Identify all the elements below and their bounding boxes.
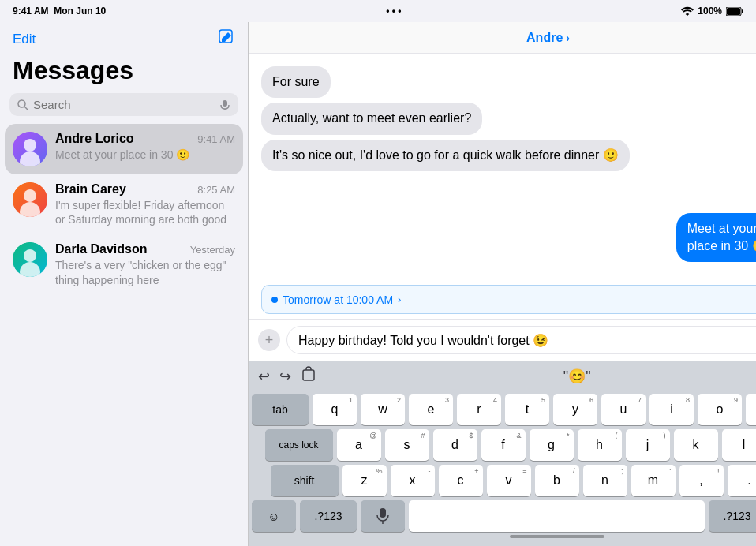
key-i[interactable]: i8 [649, 394, 694, 425]
status-time: 9:41 AM Mon Jun 10 [13, 6, 106, 17]
key-o[interactable]: o9 [698, 394, 742, 425]
message-meet: Meet at your place in 30 🙂 [676, 213, 756, 263]
home-indicator [510, 535, 604, 538]
avatar-brain [13, 182, 47, 217]
key-period[interactable]: .? [728, 465, 757, 496]
conv-time-andre: 9:41 AM [197, 133, 235, 145]
numbers-right-key[interactable]: .?123 [709, 500, 756, 532]
keyboard-area: tab q1 w2 e3 r4 t5 y6 u7 i8 o9 p0 delete… [249, 391, 756, 546]
conv-name-brain: Brain Carey [55, 182, 126, 196]
key-c[interactable]: c+ [439, 465, 483, 496]
chat-header-name[interactable]: Andre › [526, 31, 570, 45]
key-comma[interactable]: ,! [679, 465, 724, 496]
sidebar: Edit Messages [0, 22, 249, 546]
conversation-item-darla[interactable]: Darla Davidson Yesterday There's a very … [0, 234, 248, 294]
clipboard-icon [301, 366, 316, 382]
battery-icon [726, 7, 743, 16]
key-w[interactable]: w2 [361, 394, 405, 425]
svg-line-5 [24, 107, 28, 110]
status-bar: 9:41 AM Mon Jun 10 • • • 100% [0, 0, 756, 22]
shift-left-key[interactable]: shift [271, 465, 339, 496]
input-area: + [249, 319, 756, 361]
add-attachment-button[interactable]: + [258, 329, 280, 351]
message-earlier: Actually, want to meet even earlier? [261, 103, 482, 134]
paste-button[interactable] [301, 366, 316, 386]
drag-indicator: • • • [386, 6, 401, 17]
compose-icon [218, 28, 235, 46]
redo-button[interactable]: ↪ [279, 368, 291, 385]
key-a[interactable]: a@ [337, 429, 381, 461]
chat-header: Andre › [249, 22, 756, 54]
svg-rect-19 [380, 508, 386, 518]
compose-button[interactable] [218, 28, 235, 50]
key-f[interactable]: f& [481, 429, 526, 461]
conv-preview-andre: Meet at your place in 30 🙂 [55, 148, 235, 162]
search-input[interactable] [33, 98, 215, 111]
conv-name-andre: Andre Lorico [55, 132, 134, 146]
svg-point-9 [24, 139, 36, 151]
schedule-info: Tomorrow at 10:00 AM › [271, 294, 401, 306]
key-b[interactable]: b/ [535, 465, 579, 496]
svg-rect-18 [303, 370, 314, 380]
key-q[interactable]: q1 [313, 394, 357, 425]
conversation-item-andre[interactable]: Andre Lorico 9:41 AM Meet at your place … [5, 124, 243, 174]
space-key[interactable] [409, 500, 705, 532]
keyboard-row-2: caps lock a@ s# d$ f& g* h( j) k' l" ret… [252, 429, 756, 461]
wifi-icon [681, 6, 694, 16]
kb-toolbar-center: "😊" [563, 368, 591, 385]
delivered-label: Delivered [676, 264, 756, 273]
undo-button[interactable]: ↩ [258, 368, 270, 385]
chat-area: Andre › For sure Actually, want to meet … [249, 22, 756, 546]
key-u[interactable]: u7 [601, 394, 646, 425]
sidebar-header: Edit [0, 22, 248, 53]
key-m[interactable]: m: [631, 465, 676, 496]
key-y[interactable]: y6 [553, 394, 597, 425]
key-l[interactable]: l" [722, 429, 757, 461]
key-j[interactable]: j) [626, 429, 670, 461]
chevron-right-icon: › [566, 32, 570, 44]
message-walk: It's so nice out, I'd love to go for a q… [261, 140, 630, 171]
svg-rect-6 [223, 100, 227, 107]
schedule-banner: Tomorrow at 10:00 AM › ✕ [261, 285, 756, 314]
conv-time-brain: 8:25 AM [197, 184, 235, 196]
key-g[interactable]: g* [530, 429, 574, 461]
emoji-key[interactable]: ☺ [252, 500, 296, 532]
key-x[interactable]: x- [391, 465, 435, 496]
numbers-left-key[interactable]: .?123 [300, 500, 357, 532]
emoji-toolbar-button[interactable]: "😊" [563, 368, 591, 385]
key-p[interactable]: p0 [746, 394, 756, 425]
kb-toolbar-left: ↩ ↪ [258, 366, 316, 386]
svg-point-12 [24, 189, 36, 202]
key-d[interactable]: d$ [433, 429, 477, 461]
key-z[interactable]: z% [342, 465, 387, 496]
key-k[interactable]: k' [674, 429, 718, 461]
conv-time-darla: Yesterday [190, 244, 235, 256]
svg-rect-1 [727, 8, 740, 15]
keyboard-toolbar: ↩ ↪ "😊" ≡A [249, 361, 756, 391]
key-n[interactable]: n; [583, 465, 627, 496]
microphone-key[interactable] [361, 500, 405, 532]
key-r[interactable]: r4 [457, 394, 501, 425]
keyboard-row-1: tab q1 w2 e3 r4 t5 y6 u7 i8 o9 p0 delete [252, 394, 756, 425]
search-bar[interactable] [9, 93, 238, 116]
microphone-icon [219, 99, 230, 110]
message-input[interactable] [286, 326, 756, 354]
status-indicators: 100% [681, 6, 743, 17]
sidebar-title: Messages [0, 53, 248, 93]
conversation-list: Andre Lorico 9:41 AM Meet at your place … [0, 124, 248, 546]
battery-level: 100% [698, 6, 722, 17]
key-h[interactable]: h( [578, 429, 622, 461]
key-v[interactable]: v= [487, 465, 531, 496]
search-icon [17, 99, 28, 110]
app-container: Edit Messages [0, 22, 756, 546]
key-t[interactable]: t5 [505, 394, 549, 425]
edit-button[interactable]: Edit [13, 32, 36, 47]
key-e[interactable]: e3 [409, 394, 453, 425]
schedule-chevron: › [398, 294, 401, 305]
tab-key[interactable]: tab [252, 394, 309, 425]
svg-rect-2 [742, 9, 743, 13]
conversation-item-brain[interactable]: Brain Carey 8:25 AM I'm super flexible! … [0, 174, 248, 234]
caps-lock-key[interactable]: caps lock [265, 429, 333, 461]
key-s[interactable]: s# [385, 429, 429, 461]
conv-preview-brain: I'm super flexible! Friday afternoon or … [55, 198, 235, 226]
